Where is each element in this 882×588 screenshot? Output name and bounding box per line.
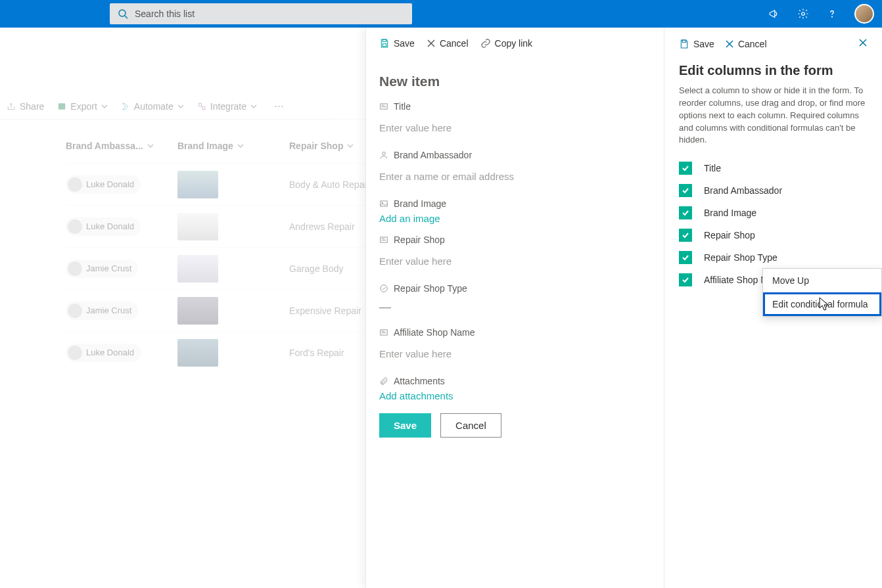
image-thumbnail <box>177 171 218 198</box>
add-image-link[interactable]: Add an image <box>379 213 440 224</box>
panel-save-label: Save <box>394 38 415 49</box>
image-thumbnail <box>177 339 218 367</box>
close-icon <box>427 39 436 48</box>
integrate-label: Integrate <box>210 101 246 112</box>
panel-cancel-label: Cancel <box>440 38 469 49</box>
avatar-icon <box>68 177 82 192</box>
svg-rect-5 <box>198 103 201 106</box>
svg-point-3 <box>832 16 833 17</box>
field-affiliate-shop-name: Affiliate Shop Name <box>379 327 651 365</box>
right-panel-description: Select a column to show or hide it in th… <box>679 85 868 147</box>
panel-cancel-button[interactable]: Cancel <box>427 38 469 49</box>
column-checkbox-repair-shop-type[interactable]: Repair Shop Type <box>679 246 868 269</box>
svg-rect-24 <box>682 40 685 42</box>
integrate-icon <box>197 102 206 111</box>
column-checkbox-title[interactable]: Title <box>679 157 868 179</box>
overflow-button[interactable]: ··· <box>269 99 289 113</box>
integrate-button[interactable]: Integrate <box>196 97 258 116</box>
panel-title: New item <box>379 74 651 89</box>
column-header-brand-ambassador[interactable]: Brand Ambassa... <box>66 141 164 151</box>
avatar-icon <box>68 304 82 318</box>
ctx-move-up[interactable]: Move Up <box>763 269 881 292</box>
checkbox-label: Brand Image <box>704 208 756 218</box>
close-icon <box>725 39 734 49</box>
svg-rect-11 <box>381 104 388 109</box>
svg-point-14 <box>383 152 386 155</box>
copy-link-label: Copy link <box>495 38 533 49</box>
share-button[interactable]: Share <box>5 97 45 116</box>
suite-bar: Search this list <box>0 0 882 28</box>
export-button[interactable]: Export <box>56 97 108 116</box>
column-checkbox-repair-shop[interactable]: Repair Shop <box>679 224 868 246</box>
megaphone-icon[interactable] <box>768 7 781 20</box>
close-icon <box>858 38 868 47</box>
svg-rect-4 <box>58 103 66 109</box>
search-icon <box>118 9 128 19</box>
svg-point-20 <box>381 285 388 292</box>
svg-line-1 <box>125 16 128 18</box>
column-checkbox-brand-ambassador[interactable]: Brand Ambassador <box>679 179 868 202</box>
checkbox-checked-icon <box>679 251 692 264</box>
flow-icon <box>121 102 130 111</box>
person-name: Luke Donald <box>86 221 134 231</box>
title-input[interactable] <box>379 116 651 139</box>
automate-label: Automate <box>134 101 174 112</box>
panel-save-button[interactable]: Save <box>379 38 415 49</box>
checkbox-checked-icon <box>679 273 692 286</box>
field-brand-ambassador: Brand Ambassador <box>379 150 651 188</box>
panel-command-bar: Save Cancel Copy link <box>379 28 651 59</box>
rp-cancel-button[interactable]: Cancel <box>725 39 767 49</box>
right-panel-commands: Save Cancel <box>679 28 868 60</box>
field-label: Brand Ambassador <box>394 150 472 160</box>
field-repair-shop: Repair Shop <box>379 235 651 273</box>
ctx-edit-conditional-formula[interactable]: Edit conditional formula <box>763 292 881 316</box>
person-pill: Luke Donald <box>66 217 141 236</box>
image-thumbnail <box>177 255 218 283</box>
repair-shop-input[interactable] <box>379 249 651 273</box>
colh-label: Brand Image <box>177 141 233 151</box>
avatar-icon <box>68 261 82 276</box>
attachment-icon <box>379 376 388 386</box>
person-name: Jamie Crust <box>86 305 131 315</box>
person-pill: Jamie Crust <box>66 260 138 278</box>
save-icon <box>679 39 689 49</box>
column-checkbox-brand-image[interactable]: Brand Image <box>679 202 868 224</box>
svg-rect-7 <box>383 39 386 41</box>
edit-columns-panel: Save Cancel Edit columns in the form Sel… <box>664 28 882 588</box>
svg-rect-17 <box>381 237 388 242</box>
link-icon <box>480 38 491 49</box>
share-label: Share <box>20 101 44 112</box>
form-cancel-button[interactable]: Cancel <box>440 413 501 438</box>
avatar[interactable] <box>854 4 874 24</box>
column-header-brand-image[interactable]: Brand Image <box>177 141 276 151</box>
rp-save-label: Save <box>693 39 714 49</box>
chevron-down-icon <box>101 104 108 108</box>
copy-link-button[interactable]: Copy link <box>480 38 533 49</box>
field-label: Attachments <box>394 376 445 386</box>
column-context-menu: Move Up Edit conditional formula <box>762 268 882 317</box>
share-icon <box>7 102 16 111</box>
form-save-button[interactable]: Save <box>379 413 431 438</box>
svg-point-2 <box>802 12 805 16</box>
close-panel-button[interactable] <box>858 38 868 50</box>
checkbox-label: Repair Shop Type <box>704 252 778 263</box>
help-icon[interactable] <box>825 7 839 20</box>
checkbox-checked-icon <box>679 229 692 242</box>
image-icon <box>379 199 388 208</box>
checkbox-checked-icon <box>679 184 692 197</box>
repair-shop-type-value[interactable]: — <box>379 298 651 317</box>
person-pill: Luke Donald <box>66 344 141 362</box>
affiliate-shop-input[interactable] <box>379 342 651 365</box>
rp-cancel-label: Cancel <box>738 39 767 49</box>
add-attachments-link[interactable]: Add attachments <box>379 390 453 401</box>
field-brand-image: Brand Image Add an image <box>379 198 651 224</box>
field-attachments: Attachments Add attachments <box>379 376 651 401</box>
gear-icon[interactable] <box>797 7 810 20</box>
automate-button[interactable]: Automate <box>120 97 185 116</box>
rp-save-button[interactable]: Save <box>679 39 714 49</box>
svg-rect-21 <box>381 330 388 335</box>
brand-ambassador-input[interactable] <box>379 164 651 188</box>
search-input[interactable]: Search this list <box>110 3 412 24</box>
field-repair-shop-type: Repair Shop Type — <box>379 283 651 317</box>
chevron-down-icon <box>250 104 257 108</box>
